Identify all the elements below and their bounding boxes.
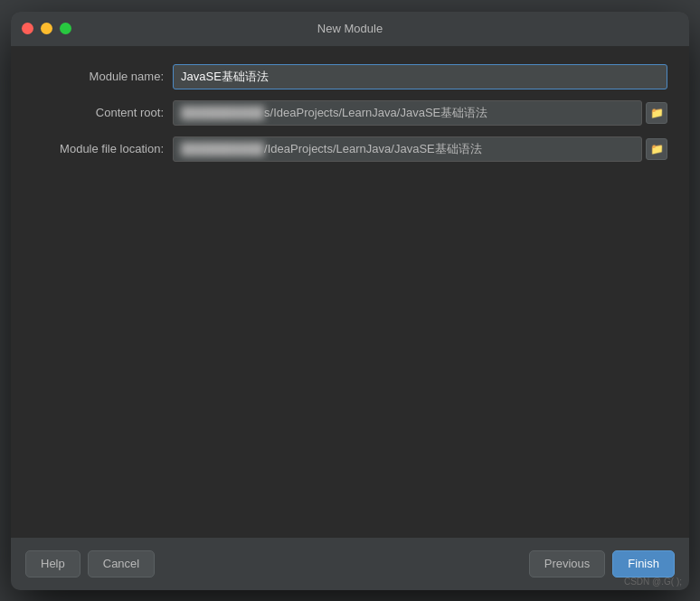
module-file-prefix: ██████████ [181,142,264,155]
module-file-row: Module file location: ██████████ /IdeaPr… [33,136,667,162]
dialog-title: New Module [317,22,383,35]
footer-left-buttons: Help Cancel [25,550,155,578]
folder-icon: 📁 [650,107,664,119]
module-file-input-wrapper: ██████████ /IdeaProjects/LearnJava/JavaS… [173,136,667,162]
module-name-input-wrapper [173,64,667,89]
dialog-body: Module name: Content root: ██████████ s/… [11,46,689,538]
module-file-browse-button[interactable]: 📁 [646,138,667,160]
minimize-button[interactable] [41,23,52,34]
module-file-label: Module file location: [33,142,173,155]
module-name-input[interactable] [173,64,667,89]
watermark: CSDN @.G( ); [624,577,682,587]
close-button[interactable] [22,23,33,34]
dialog-window: New Module Module name: Content root: ██… [11,12,689,590]
cancel-button[interactable]: Cancel [88,550,155,578]
window-controls [22,23,71,34]
content-root-browse-button[interactable]: 📁 [646,102,667,124]
folder-icon-2: 📁 [650,143,664,155]
previous-button[interactable]: Previous [529,550,606,578]
module-name-row: Module name: [33,64,667,89]
content-root-suffix: s/IdeaProjects/LearnJava/JavaSE基础语法 [264,105,487,121]
finish-button[interactable]: Finish [612,550,675,578]
help-button[interactable]: Help [25,550,80,578]
maximize-button[interactable] [60,23,71,34]
content-root-row: Content root: ██████████ s/IdeaProjects/… [33,100,667,126]
footer-right-buttons: Previous Finish [529,550,675,578]
module-file-suffix: /IdeaProjects/LearnJava/JavaSE基础语法 [264,141,482,157]
dialog-footer: Help Cancel Previous Finish [11,538,689,590]
content-root-input-wrapper: ██████████ s/IdeaProjects/LearnJava/Java… [173,100,667,126]
title-bar: New Module [11,12,689,46]
content-root-prefix: ██████████ [181,106,264,119]
content-root-label: Content root: [33,106,173,119]
module-name-label: Module name: [33,70,173,83]
content-area [33,173,667,520]
